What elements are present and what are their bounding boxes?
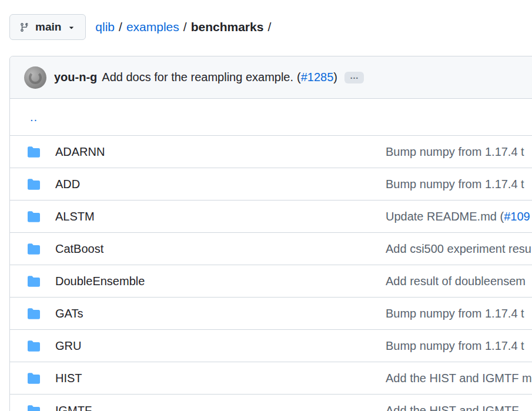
table-row[interactable]: IGMTF Add the HIST and IGMTF bbox=[10, 394, 532, 411]
row-commit-message[interactable]: Add result of doubleensem bbox=[386, 275, 526, 288]
avatar[interactable] bbox=[24, 66, 46, 89]
table-row[interactable]: ADD Bump numpy from 1.17.4 t bbox=[10, 168, 532, 200]
branch-label: main bbox=[35, 21, 61, 34]
table-row[interactable]: DoubleEnsemble Add result of doubleensem bbox=[10, 265, 532, 297]
row-commit-message-text: Bump numpy from 1.17.4 t bbox=[386, 178, 524, 191]
commit-pr-paren-close: ) bbox=[333, 71, 337, 84]
row-commit-message-text: Add the HIST and IGMTF m bbox=[386, 372, 532, 385]
row-commit-message[interactable]: Add csi500 experiment resu bbox=[386, 242, 531, 256]
row-commit-message[interactable]: Add the HIST and IGMTF bbox=[386, 404, 518, 411]
parent-directory-row[interactable]: .. bbox=[10, 99, 532, 135]
folder-icon bbox=[28, 308, 40, 320]
breadcrumb-current: benchmarks bbox=[191, 20, 264, 34]
breadcrumb-link-repo[interactable]: qlib bbox=[95, 20, 115, 34]
latest-commit-header: you-n-g Add docs for the reampling examp… bbox=[10, 56, 532, 99]
row-commit-message[interactable]: Bump numpy from 1.17.4 t bbox=[386, 145, 524, 159]
breadcrumb-separator: / bbox=[183, 20, 187, 34]
commit-ellipsis-button[interactable]: … bbox=[344, 72, 364, 83]
folder-icon bbox=[28, 178, 40, 191]
row-commit-message-text: Add result of doubleensem bbox=[386, 275, 526, 288]
row-commit-message-text: Bump numpy from 1.17.4 t bbox=[386, 339, 524, 352]
repo-header-bar: main qlib/examples/benchmarks/ bbox=[9, 14, 532, 40]
file-name-link[interactable]: GRU bbox=[55, 339, 81, 353]
table-row[interactable]: HIST Add the HIST and IGMTF m bbox=[10, 362, 532, 394]
commit-pr-paren-open: ( bbox=[297, 71, 301, 84]
file-name-link[interactable]: ALSTM bbox=[55, 210, 95, 223]
parent-directory-link[interactable]: .. bbox=[30, 111, 38, 124]
folder-icon bbox=[28, 210, 40, 223]
table-row[interactable]: GATs Bump numpy from 1.17.4 t bbox=[10, 297, 532, 329]
file-name-link[interactable]: ADD bbox=[55, 178, 80, 191]
branch-selector[interactable]: main bbox=[9, 14, 86, 40]
row-commit-message-text: Add the HIST and IGMTF bbox=[386, 404, 518, 411]
commit-author-link[interactable]: you-n-g bbox=[54, 71, 97, 84]
file-browser: you-n-g Add docs for the reampling examp… bbox=[9, 56, 532, 411]
file-name-link[interactable]: GATs bbox=[55, 307, 83, 320]
file-name-link[interactable]: IGMTF bbox=[55, 404, 92, 411]
folder-icon bbox=[28, 275, 40, 288]
row-commit-message-text: Update README.md ( bbox=[386, 210, 504, 223]
row-commit-message-text: Bump numpy from 1.17.4 t bbox=[386, 145, 524, 158]
file-name-link[interactable]: CatBoost bbox=[55, 242, 103, 256]
file-name-link[interactable]: ADARNN bbox=[55, 145, 105, 159]
table-row[interactable]: ALSTM Update README.md (#109 bbox=[10, 200, 532, 232]
row-commit-message-text: Add csi500 experiment resu bbox=[386, 242, 531, 255]
row-commit-message[interactable]: Bump numpy from 1.17.4 t bbox=[386, 307, 524, 320]
folder-icon bbox=[28, 146, 40, 158]
row-commit-message-text: Bump numpy from 1.17.4 t bbox=[386, 307, 524, 320]
commit-pr-link[interactable]: #1285 bbox=[301, 71, 334, 84]
row-commit-message[interactable]: Bump numpy from 1.17.4 t bbox=[386, 339, 524, 353]
folder-icon bbox=[28, 243, 40, 255]
commit-message-link[interactable]: Add docs for the reampling example. bbox=[102, 71, 293, 84]
breadcrumb: qlib/examples/benchmarks/ bbox=[95, 20, 275, 34]
folder-icon bbox=[28, 405, 40, 411]
row-commit-message[interactable]: Bump numpy from 1.17.4 t bbox=[386, 178, 524, 191]
breadcrumb-separator: / bbox=[267, 20, 271, 34]
file-name-link[interactable]: HIST bbox=[55, 372, 82, 385]
chevron-down-icon bbox=[67, 23, 76, 32]
row-commit-message[interactable]: Add the HIST and IGMTF m bbox=[386, 372, 532, 385]
table-row[interactable]: CatBoost Add csi500 experiment resu bbox=[10, 232, 532, 265]
table-row[interactable]: ADARNN Bump numpy from 1.17.4 t bbox=[10, 135, 532, 168]
git-branch-icon bbox=[19, 22, 29, 32]
row-commit-pr-link[interactable]: #109 bbox=[504, 210, 530, 223]
breadcrumb-link-examples[interactable]: examples bbox=[126, 20, 179, 34]
file-name-link[interactable]: DoubleEnsemble bbox=[55, 275, 145, 288]
row-commit-message[interactable]: Update README.md (#109 bbox=[386, 210, 530, 223]
folder-icon bbox=[28, 372, 40, 385]
table-row[interactable]: GRU Bump numpy from 1.17.4 t bbox=[10, 329, 532, 362]
folder-icon bbox=[28, 340, 40, 352]
breadcrumb-separator: / bbox=[119, 20, 122, 34]
